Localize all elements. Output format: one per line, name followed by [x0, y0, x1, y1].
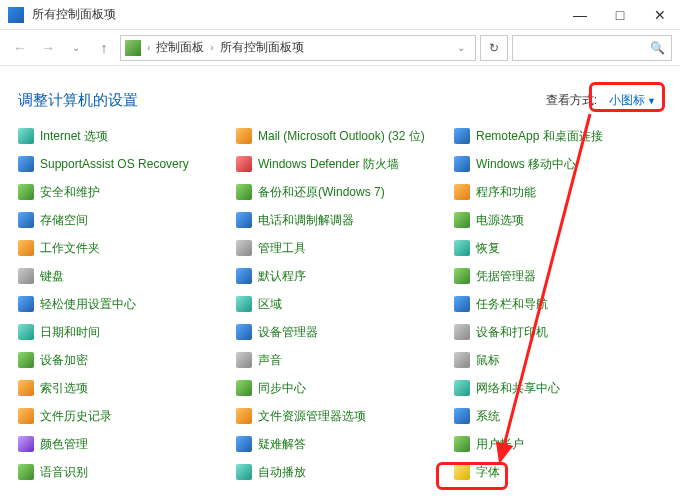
item-label: Windows Defender 防火墙	[258, 156, 399, 173]
close-button[interactable]: ✕	[640, 0, 680, 30]
item-label: 程序和功能	[476, 184, 536, 201]
control-panel-item[interactable]: 鼠标	[454, 349, 662, 371]
item-icon	[236, 128, 252, 144]
item-icon	[18, 436, 34, 452]
recent-dropdown[interactable]: ⌄	[64, 36, 88, 60]
item-icon	[236, 240, 252, 256]
control-panel-item[interactable]: 默认程序	[236, 265, 444, 287]
item-label: 工作文件夹	[40, 240, 100, 257]
control-panel-item[interactable]: 安全和维护	[18, 181, 226, 203]
control-panel-item[interactable]: Mail (Microsoft Outlook) (32 位)	[236, 125, 444, 147]
control-panel-item[interactable]: 存储空间	[18, 209, 226, 231]
search-input[interactable]: 🔍	[512, 35, 672, 61]
control-panel-item[interactable]: 语音识别	[18, 461, 226, 483]
back-button[interactable]: ←	[8, 36, 32, 60]
item-icon	[454, 380, 470, 396]
refresh-button[interactable]: ↻	[480, 35, 508, 61]
control-panel-item[interactable]: 任务栏和导航	[454, 293, 662, 315]
control-panel-item[interactable]: 文件资源管理器选项	[236, 405, 444, 427]
item-icon	[236, 352, 252, 368]
item-label: 网络和共享中心	[476, 380, 560, 397]
item-label: 管理工具	[258, 240, 306, 257]
item-icon	[236, 324, 252, 340]
item-label: 设备和打印机	[476, 324, 548, 341]
control-panel-item[interactable]: Internet 选项	[18, 125, 226, 147]
item-icon	[236, 212, 252, 228]
control-panel-item[interactable]: 备份和还原(Windows 7)	[236, 181, 444, 203]
control-panel-item[interactable]: 凭据管理器	[454, 265, 662, 287]
item-label: 凭据管理器	[476, 268, 536, 285]
item-icon	[18, 464, 34, 480]
control-panel-item[interactable]: 管理工具	[236, 237, 444, 259]
address-icon	[125, 40, 141, 56]
breadcrumb-current[interactable]: 所有控制面板项	[220, 39, 304, 56]
control-panel-item[interactable]: 轻松使用设置中心	[18, 293, 226, 315]
item-label: 电源选项	[476, 212, 524, 229]
control-panel-item[interactable]: 工作文件夹	[18, 237, 226, 259]
control-panel-item[interactable]: 设备管理器	[236, 321, 444, 343]
address-dropdown[interactable]: ⌄	[451, 42, 471, 53]
navbar: ← → ⌄ ↑ › 控制面板 › 所有控制面板项 ⌄ ↻ 🔍	[0, 30, 680, 66]
control-panel-item[interactable]: Windows 移动中心	[454, 153, 662, 175]
control-panel-item[interactable]: 设备加密	[18, 349, 226, 371]
maximize-button[interactable]: □	[600, 0, 640, 30]
item-icon	[236, 296, 252, 312]
item-icon	[454, 184, 470, 200]
up-button[interactable]: ↑	[92, 36, 116, 60]
item-label: 索引选项	[40, 380, 88, 397]
control-panel-item[interactable]: 声音	[236, 349, 444, 371]
item-icon	[236, 268, 252, 284]
item-label: 声音	[258, 352, 282, 369]
item-label: 鼠标	[476, 352, 500, 369]
item-icon	[454, 408, 470, 424]
item-icon	[236, 184, 252, 200]
control-panel-item[interactable]: Windows Defender 防火墙	[236, 153, 444, 175]
control-panel-item[interactable]: 网络和共享中心	[454, 377, 662, 399]
control-panel-item[interactable]: 恢复	[454, 237, 662, 259]
control-panel-item[interactable]: 颜色管理	[18, 433, 226, 455]
item-label: 文件资源管理器选项	[258, 408, 366, 425]
control-panel-item[interactable]: 自动播放	[236, 461, 444, 483]
control-panel-item[interactable]: 区域	[236, 293, 444, 315]
control-panel-item[interactable]: 键盘	[18, 265, 226, 287]
forward-button[interactable]: →	[36, 36, 60, 60]
control-panel-item[interactable]: 电源选项	[454, 209, 662, 231]
minimize-button[interactable]: —	[560, 0, 600, 30]
control-panel-item[interactable]: 索引选项	[18, 377, 226, 399]
content-area: 调整计算机的设置 查看方式: 小图标 ▼ Internet 选项Mail (Mi…	[0, 66, 680, 493]
address-bar[interactable]: › 控制面板 › 所有控制面板项 ⌄	[120, 35, 476, 61]
control-panel-item[interactable]: 文件历史记录	[18, 405, 226, 427]
control-panel-item[interactable]: SupportAssist OS Recovery	[18, 153, 226, 175]
item-icon	[454, 128, 470, 144]
item-label: 设备管理器	[258, 324, 318, 341]
breadcrumb-root[interactable]: 控制面板	[156, 39, 204, 56]
control-panel-item[interactable]: 同步中心	[236, 377, 444, 399]
item-label: 同步中心	[258, 380, 306, 397]
item-label: 语音识别	[40, 464, 88, 481]
control-panel-item[interactable]: 用户帐户	[454, 433, 662, 455]
control-panel-grid: Internet 选项Mail (Microsoft Outlook) (32 …	[18, 125, 662, 483]
item-label: RemoteApp 和桌面连接	[476, 128, 603, 145]
item-icon	[18, 408, 34, 424]
item-icon	[18, 212, 34, 228]
control-panel-item[interactable]: 设备和打印机	[454, 321, 662, 343]
item-icon	[454, 212, 470, 228]
item-icon	[18, 268, 34, 284]
control-panel-item[interactable]: 系统	[454, 405, 662, 427]
item-icon	[454, 436, 470, 452]
breadcrumb-sep: ›	[210, 42, 213, 53]
item-icon	[236, 436, 252, 452]
item-label: 电话和调制解调器	[258, 212, 354, 229]
item-label: SupportAssist OS Recovery	[40, 157, 189, 171]
item-label: Mail (Microsoft Outlook) (32 位)	[258, 128, 425, 145]
item-label: 区域	[258, 296, 282, 313]
control-panel-item[interactable]: RemoteApp 和桌面连接	[454, 125, 662, 147]
window-title: 所有控制面板项	[32, 6, 560, 23]
control-panel-item[interactable]: 程序和功能	[454, 181, 662, 203]
search-icon: 🔍	[650, 41, 665, 55]
item-label: 疑难解答	[258, 436, 306, 453]
control-panel-item[interactable]: 疑难解答	[236, 433, 444, 455]
control-panel-item[interactable]: 日期和时间	[18, 321, 226, 343]
control-panel-item[interactable]: 电话和调制解调器	[236, 209, 444, 231]
item-icon	[18, 240, 34, 256]
